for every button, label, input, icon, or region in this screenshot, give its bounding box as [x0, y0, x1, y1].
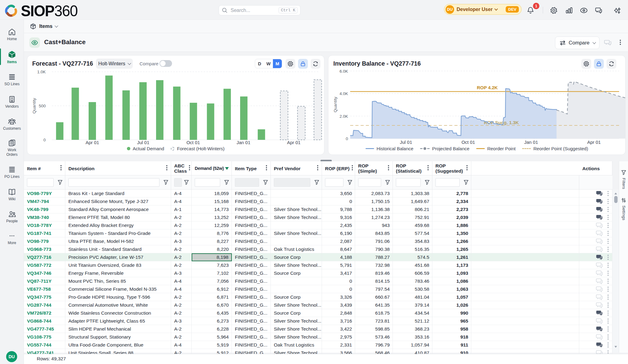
svg-text:1.0K: 1.0K: [37, 70, 46, 74]
svg-text:ROP 4.2K: ROP 4.2K: [477, 85, 498, 90]
svg-text:0: 0: [43, 138, 46, 142]
svg-text:Jan 01: Jan 01: [524, 140, 538, 145]
svg-text:6.0K: 6.0K: [339, 69, 348, 74]
svg-text:Jul 01: Jul 01: [137, 140, 149, 145]
svg-text:Apr 01: Apr 01: [86, 140, 99, 145]
svg-text:4.0K: 4.0K: [339, 91, 348, 96]
svg-text:2.0K: 2.0K: [339, 114, 348, 119]
svg-text:Apr 01: Apr 01: [287, 140, 301, 145]
svg-text:Jul 01: Jul 01: [400, 140, 412, 145]
svg-text:Apr 01: Apr 01: [587, 140, 601, 145]
svg-text:Oct 01: Oct 01: [186, 140, 200, 145]
svg-text:Quantity: Quantity: [333, 97, 338, 113]
svg-text:Oct 01: Oct 01: [461, 140, 475, 145]
svg-text:0: 0: [346, 136, 348, 141]
svg-text:Quantity: Quantity: [32, 98, 36, 114]
svg-text:Jan 01: Jan 01: [236, 140, 250, 145]
svg-text:500: 500: [39, 104, 46, 108]
